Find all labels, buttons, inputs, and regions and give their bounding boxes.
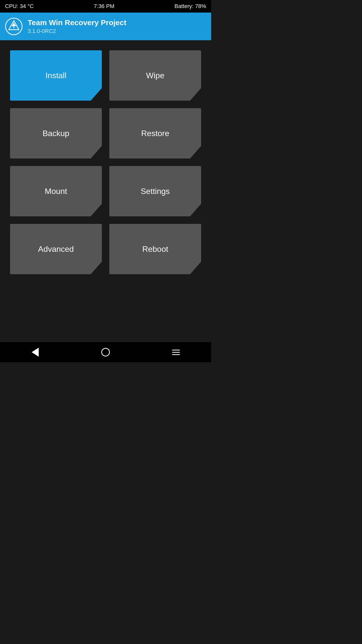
- header-text-group: Team Win Recovery Project 3.1.0-0RC2: [28, 18, 126, 34]
- cpu-status: CPU: 34 °C: [5, 3, 34, 10]
- home-icon: [101, 348, 110, 356]
- main-content: Install Wipe Backup Restore Mount Settin…: [0, 40, 211, 279]
- menu-line-3: [172, 354, 180, 355]
- app-version: 3.1.0-0RC2: [28, 28, 126, 34]
- wipe-button[interactable]: Wipe: [109, 50, 201, 101]
- app-logo: [5, 18, 23, 35]
- app-title: Team Win Recovery Project: [28, 18, 126, 27]
- reboot-button[interactable]: Reboot: [109, 224, 201, 274]
- time-status: 7:36 PM: [94, 3, 114, 10]
- restore-button[interactable]: Restore: [109, 108, 201, 158]
- back-icon: [32, 348, 39, 357]
- battery-status: Battery: 78%: [174, 3, 206, 10]
- advanced-button[interactable]: Advanced: [10, 224, 102, 274]
- button-row-1: Install Wipe: [10, 50, 201, 101]
- menu-icon: [172, 350, 180, 355]
- button-row-2: Backup Restore: [10, 108, 201, 158]
- status-bar: CPU: 34 °C 7:36 PM Battery: 78%: [0, 0, 211, 13]
- nav-menu-button[interactable]: [168, 345, 184, 360]
- app-header: Team Win Recovery Project 3.1.0-0RC2: [0, 13, 211, 40]
- menu-line-2: [172, 352, 180, 353]
- nav-back-button[interactable]: [28, 345, 43, 360]
- settings-button[interactable]: Settings: [109, 166, 201, 216]
- nav-home-button[interactable]: [98, 345, 113, 360]
- install-button[interactable]: Install: [10, 50, 102, 101]
- menu-line-1: [172, 350, 180, 350]
- button-row-4: Advanced Reboot: [10, 224, 201, 274]
- mount-button[interactable]: Mount: [10, 166, 102, 216]
- navigation-bar: [0, 342, 211, 362]
- backup-button[interactable]: Backup: [10, 108, 102, 158]
- button-row-3: Mount Settings: [10, 166, 201, 216]
